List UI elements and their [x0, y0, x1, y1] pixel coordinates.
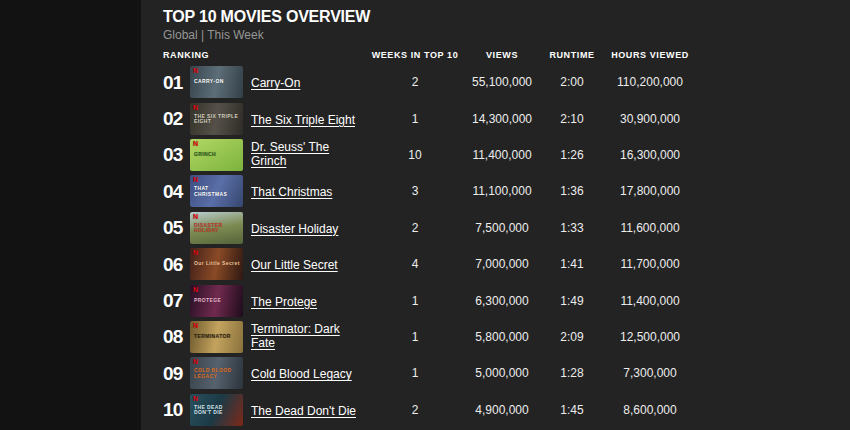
weeks-in-top10-value: 1 — [360, 112, 470, 126]
rank-label: 03 — [163, 145, 190, 164]
netflix-n-icon: N — [193, 358, 198, 365]
hours-viewed-value: 12,500,000 — [610, 330, 690, 344]
movie-thumbnail[interactable]: N CARRY-ON — [190, 66, 243, 98]
thumbnail-art-title: DISASTER HOLIDAY — [194, 222, 240, 233]
thumbnail-art-title: GRINCH — [194, 152, 216, 158]
runtime-value: 2:10 — [534, 112, 610, 126]
runtime-value: 1:28 — [534, 366, 610, 380]
views-value: 4,900,000 — [470, 403, 534, 417]
netflix-n-icon: N — [193, 322, 198, 329]
rank-label: 05 — [163, 218, 190, 237]
weeks-in-top10-value: 2 — [360, 75, 470, 89]
left-gutter-strip — [0, 0, 141, 430]
movie-thumbnail[interactable]: N DISASTER HOLIDAY — [190, 212, 243, 244]
weeks-in-top10-value: 2 — [360, 221, 470, 235]
table-body: 01 N CARRY-ON Carry-On 2 55,100,000 2:00… — [163, 64, 850, 428]
table-row: 05 N DISASTER HOLIDAY Disaster Holiday 2… — [163, 210, 850, 246]
thumbnail-art-title: Our Little Secret — [194, 261, 240, 267]
table-header-row: RANKING WEEKS IN TOP 10 VIEWS RUNTIME HO… — [163, 49, 850, 60]
table-row: 09 N COLD BLOOD LEGACY Cold Blood Legacy… — [163, 355, 850, 391]
views-value: 14,300,000 — [470, 112, 534, 126]
netflix-n-icon: N — [193, 286, 198, 293]
runtime-value: 2:09 — [534, 330, 610, 344]
views-value: 7,000,000 — [470, 257, 534, 271]
netflix-n-icon: N — [193, 395, 198, 402]
movie-title-link[interactable]: Dr. Seuss' The Grinch — [251, 140, 360, 168]
runtime-value: 2:00 — [534, 75, 610, 89]
rank-label: 10 — [163, 400, 190, 419]
runtime-value: 1:36 — [534, 184, 610, 198]
rank-label: 01 — [163, 73, 190, 92]
hours-viewed-value: 11,400,000 — [610, 294, 690, 308]
movie-thumbnail[interactable]: N COLD BLOOD LEGACY — [190, 357, 243, 389]
views-value: 55,100,000 — [470, 75, 534, 89]
runtime-value: 1:26 — [534, 148, 610, 162]
weeks-in-top10-value: 1 — [360, 330, 470, 344]
runtime-value: 1:49 — [534, 294, 610, 308]
weeks-in-top10-value: 1 — [360, 366, 470, 380]
movie-thumbnail[interactable]: N THE DEAD DON'T DIE — [190, 394, 243, 426]
column-header-ranking: RANKING — [163, 50, 360, 60]
movie-title-link[interactable]: The Six Triple Eight — [251, 113, 355, 127]
movie-title-link[interactable]: The Dead Don't Die — [251, 404, 356, 418]
weeks-in-top10-value: 10 — [360, 148, 470, 162]
movie-title-link[interactable]: The Protege — [251, 295, 317, 309]
top10-content: TOP 10 MOVIES OVERVIEW Global | This Wee… — [141, 0, 850, 428]
rank-label: 02 — [163, 109, 190, 128]
thumbnail-art-title: THE DEAD DON'T DIE — [194, 404, 240, 415]
weeks-in-top10-value: 3 — [360, 184, 470, 198]
thumbnail-art-title: PROTEGE — [194, 298, 221, 304]
table-row: 08 N TERMINATOR Terminator: Dark Fate 1 … — [163, 319, 850, 355]
movie-title-link[interactable]: Carry-On — [251, 76, 300, 90]
column-header-weeks-in-top10: WEEKS IN TOP 10 — [360, 50, 470, 60]
movie-title-link[interactable]: Terminator: Dark Fate — [251, 322, 360, 350]
netflix-n-icon: N — [193, 249, 198, 256]
netflix-n-icon: N — [193, 104, 198, 111]
views-value: 7,500,000 — [470, 221, 534, 235]
hours-viewed-value: 30,900,000 — [610, 112, 690, 126]
rank-label: 04 — [163, 182, 190, 201]
views-value: 11,400,000 — [470, 148, 534, 162]
movie-thumbnail[interactable]: N TERMINATOR — [190, 321, 243, 353]
netflix-n-icon: N — [193, 67, 198, 74]
movie-thumbnail[interactable]: N THAT CHRISTMAS — [190, 175, 243, 207]
movie-thumbnail[interactable]: N THE SIX TRIPLE EIGHT — [190, 103, 243, 135]
hours-viewed-value: 7,300,000 — [610, 366, 690, 380]
hours-viewed-value: 110,200,000 — [610, 75, 690, 89]
weeks-in-top10-value: 1 — [360, 294, 470, 308]
table-row: 02 N THE SIX TRIPLE EIGHT The Six Triple… — [163, 100, 850, 136]
rank-label: 08 — [163, 327, 190, 346]
runtime-value: 1:41 — [534, 257, 610, 271]
thumbnail-art-title: TERMINATOR — [194, 334, 231, 340]
page-title: TOP 10 MOVIES OVERVIEW — [163, 8, 850, 25]
page-subtitle: Global | This Week — [163, 28, 850, 42]
hours-viewed-value: 8,600,000 — [610, 403, 690, 417]
hours-viewed-value: 11,600,000 — [610, 221, 690, 235]
views-value: 6,300,000 — [470, 294, 534, 308]
netflix-n-icon: N — [193, 176, 198, 183]
movie-thumbnail[interactable]: N PROTEGE — [190, 285, 243, 317]
column-header-runtime: RUNTIME — [534, 50, 610, 60]
table-row: 04 N THAT CHRISTMAS That Christmas 3 11,… — [163, 173, 850, 209]
movie-title-link[interactable]: Disaster Holiday — [251, 222, 338, 236]
movie-thumbnail[interactable]: N GRINCH — [190, 139, 243, 171]
views-value: 11,100,000 — [470, 184, 534, 198]
thumbnail-art-title: THE SIX TRIPLE EIGHT — [194, 113, 240, 124]
views-value: 5,000,000 — [470, 366, 534, 380]
views-value: 5,800,000 — [470, 330, 534, 344]
thumbnail-art-title: COLD BLOOD LEGACY — [194, 368, 240, 379]
movie-thumbnail[interactable]: N Our Little Secret — [190, 248, 243, 280]
thumbnail-art-title: CARRY-ON — [194, 79, 224, 85]
top10-page: TOP 10 MOVIES OVERVIEW Global | This Wee… — [0, 0, 850, 430]
table-row: 07 N PROTEGE The Protege 1 6,300,000 1:4… — [163, 282, 850, 318]
table-row: 06 N Our Little Secret Our Little Secret… — [163, 246, 850, 282]
netflix-n-icon: N — [193, 140, 198, 147]
netflix-n-icon: N — [193, 213, 198, 220]
table-row: 10 N THE DEAD DON'T DIE The Dead Don't D… — [163, 392, 850, 428]
movie-title-link[interactable]: Cold Blood Legacy — [251, 367, 352, 381]
runtime-value: 1:45 — [534, 403, 610, 417]
weeks-in-top10-value: 2 — [360, 403, 470, 417]
thumbnail-art-title: THAT CHRISTMAS — [194, 186, 240, 197]
movie-title-link[interactable]: That Christmas — [251, 185, 332, 199]
movie-title-link[interactable]: Our Little Secret — [251, 258, 338, 272]
